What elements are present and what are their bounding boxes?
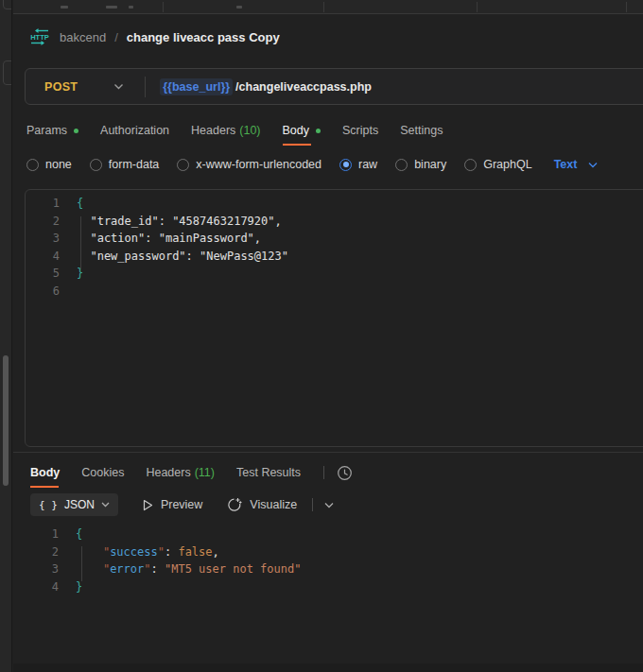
code-line: 4}	[25, 578, 643, 596]
more-options-chevron-icon[interactable]	[324, 502, 334, 508]
svg-text:HTTP: HTTP	[30, 33, 49, 42]
code-line: 1{	[25, 526, 643, 543]
body-mode-none[interactable]: none	[26, 158, 72, 171]
history-clock-icon[interactable]	[337, 465, 353, 481]
tab-label: Scripts	[342, 124, 378, 137]
radio-icon[interactable]	[26, 159, 39, 171]
line-number: 1	[26, 195, 60, 213]
tab-scripts[interactable]: Scripts	[342, 116, 378, 145]
radio-label: GraphQL	[483, 158, 531, 171]
format-label: JSON	[64, 498, 95, 511]
indent-guide	[81, 546, 82, 581]
response-tab-headers[interactable]: Headers(11)	[146, 458, 215, 487]
url-bar-divider	[145, 77, 146, 97]
tab-authorization[interactable]: Authorization	[100, 116, 169, 145]
body-mode-x-www-form-urlencoded[interactable]: x-www-form-urlencoded	[177, 158, 322, 171]
toolbar-divider	[312, 498, 313, 511]
request-tabs: ParamsAuthorizationHeaders(10)BodyScript…	[26, 116, 443, 145]
app-window: HTTP bakcend / change liveacc pass Copy …	[0, 0, 643, 672]
tab-divider	[626, 2, 627, 12]
line-number: 1	[25, 526, 59, 543]
radio-icon[interactable]	[464, 159, 477, 171]
request-body-editor[interactable]: 1{2 "trade_id": "4587463217920",3 "actio…	[25, 189, 643, 447]
sidebar-icon-partial[interactable]	[3, 60, 12, 85]
code-line: 4 "new_password": "NewPass@123"	[26, 248, 643, 266]
url-input[interactable]: {{base_url}} /changeliveaccpass.php	[160, 78, 372, 95]
tab-params[interactable]: Params	[26, 116, 78, 145]
line-number: 3	[25, 560, 59, 578]
tab-settings[interactable]: Settings	[400, 116, 443, 145]
green-dot-indicator	[74, 129, 78, 133]
radio-label: form-data	[109, 158, 160, 171]
line-number: 4	[25, 578, 59, 596]
tab-label: Test Results	[236, 466, 301, 479]
tab-label: Settings	[400, 124, 443, 137]
radio-label: raw	[358, 158, 377, 171]
line-number: 6	[26, 283, 60, 301]
tab-label: Body	[283, 124, 310, 137]
line-number: 2	[25, 543, 59, 561]
radio-icon[interactable]	[395, 159, 408, 171]
radio-label: binary	[414, 158, 446, 171]
body-mode-raw[interactable]: raw	[339, 158, 377, 171]
tab-text-remnant	[106, 6, 117, 9]
line-number: 4	[26, 248, 60, 266]
response-tab-cookies[interactable]: Cookies	[81, 458, 124, 487]
chevron-down-icon	[588, 162, 598, 168]
response-toolbar: { } JSON Preview Visualize	[30, 492, 334, 517]
tab-label: Authorization	[100, 124, 169, 137]
bottom-strip	[13, 663, 643, 672]
response-tabs: BodyCookiesHeaders(11)Test Results	[30, 459, 353, 486]
response-format-selector[interactable]: { } JSON	[30, 493, 118, 516]
response-tab-body[interactable]: Body	[30, 458, 60, 487]
radio-icon[interactable]	[90, 159, 102, 171]
sidebar-icon-partial[interactable]	[3, 0, 12, 9]
code-line: 3 "error": "MT5 user not found"	[25, 560, 643, 578]
tab-text-remnant	[61, 6, 68, 9]
line-number: 3	[26, 230, 60, 248]
radio-label: x-www-form-urlencoded	[196, 158, 322, 171]
code-line: 5}	[26, 265, 643, 283]
method-selector[interactable]: POST	[44, 80, 78, 94]
tab-divider	[323, 2, 324, 12]
request-url-bar: POST {{base_url}} /changeliveaccpass.php	[25, 68, 643, 105]
tabs-divider	[323, 466, 324, 479]
method-chevron-icon[interactable]	[113, 83, 124, 90]
tab-label: Cookies	[81, 466, 124, 479]
tab-label: Params	[26, 124, 67, 137]
visualize-button[interactable]: Visualize	[227, 497, 297, 512]
body-mode-graphql[interactable]: GraphQL	[464, 158, 531, 171]
active-tab-underline	[30, 486, 59, 488]
tab-headers[interactable]: Headers(10)	[191, 116, 260, 145]
body-mode-binary[interactable]: binary	[395, 158, 446, 171]
raw-language-label: Text	[554, 158, 578, 171]
active-tab-underline	[283, 144, 311, 146]
env-variable-chip[interactable]: {{base_url}}	[160, 78, 233, 95]
radio-icon[interactable]	[339, 159, 352, 171]
line-number: 2	[26, 213, 60, 231]
tab-count-badge: (10)	[239, 124, 260, 137]
indent-guide	[80, 216, 81, 269]
tab-body[interactable]: Body	[283, 116, 322, 145]
tab-label: Headers	[191, 124, 235, 137]
rail-scrollbar[interactable]	[3, 355, 9, 486]
radio-label: none	[45, 158, 72, 171]
code-line: 1{	[26, 195, 643, 213]
breadcrumb-collection[interactable]: bakcend	[60, 30, 106, 44]
preview-button[interactable]: Preview	[143, 498, 202, 511]
chevron-down-icon	[101, 502, 110, 508]
sparkle-circle-icon	[227, 497, 242, 512]
request-title[interactable]: change liveacc pass Copy	[127, 30, 280, 44]
code-line: 3 "action": "mainPassword",	[26, 230, 643, 248]
tab-text-remnant	[129, 6, 133, 9]
green-dot-indicator	[316, 129, 321, 133]
code-line: 2 "success": false,	[25, 543, 643, 561]
body-mode-form-data[interactable]: form-data	[90, 158, 160, 171]
response-body-viewer[interactable]: 1{2 "success": false,3 "error": "MT5 use…	[25, 521, 643, 595]
http-request-icon: HTTP	[28, 28, 51, 45]
response-tab-test-results[interactable]: Test Results	[236, 458, 301, 487]
tab-divider	[163, 2, 164, 12]
radio-icon[interactable]	[177, 159, 189, 171]
raw-language-selector[interactable]: Text	[554, 158, 599, 171]
line-number: 5	[26, 265, 60, 283]
